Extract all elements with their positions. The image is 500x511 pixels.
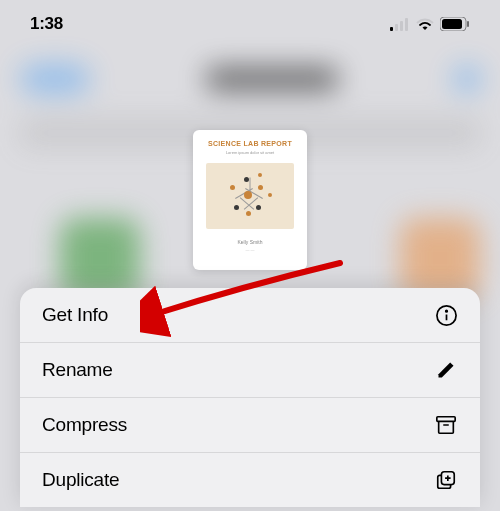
plus-on-square-icon [434,468,458,492]
svg-rect-10 [437,417,455,422]
document-footer-line: — — [245,247,254,252]
status-icons-group [390,17,470,31]
menu-item-label: Compress [42,414,127,436]
menu-item-label: Duplicate [42,469,119,491]
menu-item-duplicate[interactable]: Duplicate [20,453,480,507]
svg-rect-2 [400,21,403,31]
svg-rect-6 [467,21,469,27]
svg-rect-1 [395,24,398,31]
battery-icon [440,17,470,31]
status-bar: 1:38 [0,0,500,48]
svg-point-9 [445,310,447,312]
svg-rect-3 [405,18,408,31]
document-author: Kelly Smith [237,239,262,245]
document-thumbnail[interactable]: SCIENCE LAB REPORT Lorem ipsum dolor sit… [193,130,307,270]
svg-rect-0 [390,27,393,31]
menu-item-rename[interactable]: Rename [20,343,480,398]
menu-item-label: Get Info [42,304,108,326]
document-title: SCIENCE LAB REPORT [208,140,292,147]
svg-rect-5 [442,19,462,29]
status-time: 1:38 [30,14,63,34]
menu-item-compress[interactable]: Compress [20,398,480,453]
menu-item-label: Rename [42,359,113,381]
document-subtitle: Lorem ipsum dolor sit amet [226,150,274,155]
wifi-icon [416,18,434,31]
menu-item-get-info[interactable]: Get Info [20,288,480,343]
cellular-signal-icon [390,18,410,31]
document-cover-image [206,163,294,229]
context-menu: Get Info Rename Compress Duplicate [20,288,480,507]
info-circle-icon [434,303,458,327]
archivebox-icon [434,413,458,437]
pencil-icon [434,358,458,382]
